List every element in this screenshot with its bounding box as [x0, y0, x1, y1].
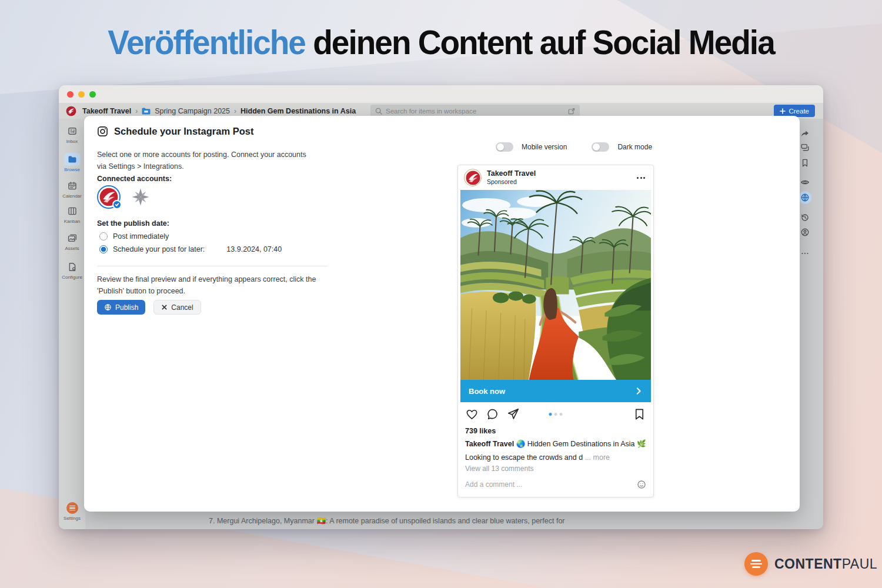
- leaf-emoji: 🌿: [637, 440, 646, 448]
- comment-icon[interactable]: [486, 407, 499, 421]
- more-link[interactable]: ... more: [585, 453, 610, 462]
- radio-label: Post immediately: [113, 232, 169, 240]
- page-title-highlight: Veröffentliche: [108, 24, 305, 61]
- sidebar-item-label: Kanban: [64, 219, 81, 224]
- cancel-button-label: Cancel: [171, 303, 193, 312]
- breadcrumb-folder[interactable]: Spring Campaign 2025: [155, 107, 230, 115]
- avatar: [464, 169, 482, 186]
- create-button-label: Create: [789, 108, 809, 115]
- instagram-preview-card: Takeoff Travel Sponsored: [457, 165, 654, 497]
- preview-toggles: Mobile version Dark mode: [496, 142, 652, 152]
- publish-button[interactable]: Publish: [97, 300, 145, 315]
- folder-icon: [142, 108, 151, 115]
- sidebar-item-assets[interactable]: Assets: [59, 232, 85, 251]
- minimize-window-button[interactable]: [78, 91, 85, 98]
- caption-author[interactable]: Takeoff Travel: [465, 440, 514, 448]
- globe-icon: [104, 303, 112, 311]
- sidebar-item-label: Assets: [65, 246, 79, 251]
- likes-count[interactable]: 739 likes: [458, 423, 653, 435]
- account-icon[interactable]: [799, 226, 811, 239]
- search-input[interactable]: [386, 108, 564, 115]
- background-document-text: 7. Mergui Archipelago, Myanmar 🇲🇲: A rem…: [209, 516, 656, 525]
- brand-light: PAUL: [842, 556, 877, 572]
- connected-accounts-label: Connected accounts:: [97, 175, 172, 183]
- add-comment-row[interactable]: Add a comment ...: [458, 473, 653, 497]
- rice-terrace-photo: [460, 190, 651, 380]
- selected-check-icon: [112, 200, 122, 209]
- emoji-smiley-icon[interactable]: [637, 480, 646, 489]
- dark-mode-label: Dark mode: [617, 143, 652, 151]
- close-window-button[interactable]: [67, 91, 74, 98]
- contentpaul-branding: CONTENTPAUL: [744, 552, 877, 576]
- quick-open-icon: [568, 108, 575, 115]
- create-button[interactable]: Create: [774, 105, 815, 117]
- radio-post-immediately[interactable]: Post immediately: [99, 232, 169, 240]
- sidebar-item-kanban[interactable]: Kanban: [59, 205, 85, 224]
- chevron-right-icon: [634, 387, 643, 395]
- account-secondary-icon[interactable]: [131, 188, 150, 206]
- caption-preview-line: Looking to escape the crowds and d ... m…: [458, 448, 653, 462]
- sidebar-item-label: Browse: [64, 167, 80, 172]
- kanban-icon: [68, 206, 77, 216]
- post-caption: Takeoff Travel 🌏 Hidden Gem Destinations…: [458, 435, 653, 448]
- sidebar-item-settings[interactable]: Settings: [59, 502, 85, 521]
- chevron-right-icon: ›: [135, 107, 138, 115]
- share-icon[interactable]: [799, 127, 811, 140]
- history-icon[interactable]: [799, 211, 811, 224]
- contentpaul-logo-icon: [744, 552, 768, 576]
- post-image: [460, 190, 651, 380]
- sidebar-item-inbox[interactable]: Inbox: [59, 125, 85, 144]
- review-instruction-text: Review the final preview and if everythi…: [97, 273, 331, 297]
- left-sidebar: Inbox Browse Calendar Kanban Assets Conf…: [59, 119, 85, 529]
- sidebar-item-label: Calendar: [62, 193, 81, 199]
- account-takeoff-travel[interactable]: [97, 185, 121, 209]
- breadcrumb: Takeoff Travel › Spring Campaign 2025 › …: [82, 107, 356, 115]
- dark-mode-toggle[interactable]: [592, 142, 609, 152]
- sidebar-item-configure[interactable]: Configure: [59, 260, 85, 280]
- mobile-version-toggle[interactable]: [496, 142, 513, 152]
- watch-eye-icon[interactable]: [799, 176, 811, 189]
- breadcrumb-workspace[interactable]: Takeoff Travel: [82, 107, 131, 115]
- settings-icon: [66, 502, 78, 514]
- browse-folder-icon: [68, 155, 77, 164]
- workspace-search[interactable]: [370, 105, 580, 117]
- share-plane-icon[interactable]: [506, 407, 520, 421]
- publish-button-label: Publish: [115, 303, 138, 312]
- sponsored-label: Sponsored: [487, 178, 629, 186]
- instagram-icon: [97, 126, 108, 137]
- view-comments-link[interactable]: View all 13 comments: [458, 462, 653, 473]
- contentpaul-wordmark: CONTENTPAUL: [774, 556, 877, 572]
- mobile-version-label: Mobile version: [522, 143, 567, 151]
- workspace-logo-icon: [66, 106, 76, 116]
- bookmark-icon[interactable]: [799, 156, 811, 169]
- search-icon: [375, 108, 382, 115]
- post-more-icon[interactable]: [634, 175, 647, 181]
- sidebar-item-browse[interactable]: Browse: [59, 153, 85, 172]
- sidebar-item-label: Configure: [62, 275, 82, 280]
- modal-title: Schedule your Instagram Post: [97, 126, 253, 137]
- calendar-icon: [68, 181, 77, 191]
- maximize-window-button[interactable]: [89, 91, 96, 98]
- connected-accounts-row: [97, 185, 150, 209]
- page-title-rest: deinen Content auf Social Media: [313, 24, 774, 61]
- post-header: Takeoff Travel Sponsored: [458, 165, 653, 190]
- comment-placeholder[interactable]: Add a comment ...: [465, 480, 522, 489]
- like-heart-icon[interactable]: [465, 407, 479, 421]
- radio-schedule-later[interactable]: Schedule your post for later: 13.9.2024,…: [99, 245, 282, 253]
- publish-globe-icon[interactable]: [799, 191, 811, 204]
- globe-emoji: 🌏: [516, 440, 526, 448]
- sidebar-item-calendar[interactable]: Calendar: [59, 179, 85, 199]
- plus-icon: [780, 108, 786, 114]
- scheduled-datetime[interactable]: 13.9.2024, 07:40: [226, 245, 282, 253]
- save-bookmark-icon[interactable]: [633, 407, 646, 421]
- cancel-button[interactable]: Cancel: [153, 300, 201, 315]
- window-titlebar: [59, 85, 823, 103]
- comments-icon[interactable]: [799, 141, 811, 154]
- radio-selected-icon: [99, 245, 108, 253]
- breadcrumb-item[interactable]: Hidden Gem Destinations in Asia: [240, 107, 356, 115]
- post-account-name[interactable]: Takeoff Travel: [487, 169, 629, 179]
- more-options-icon[interactable]: [799, 247, 811, 260]
- book-now-button[interactable]: Book now: [460, 380, 651, 402]
- carousel-dots: [549, 413, 563, 416]
- inbox-icon: [68, 126, 77, 136]
